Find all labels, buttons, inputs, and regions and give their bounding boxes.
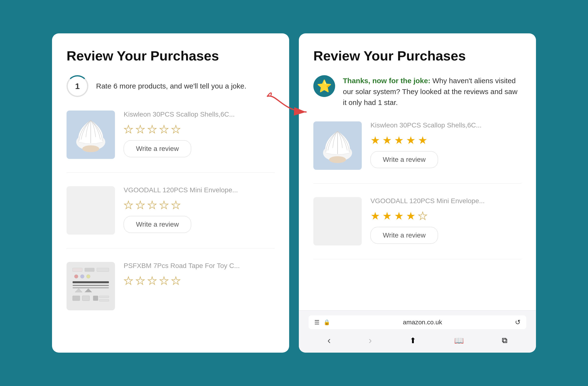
- star-1-5[interactable]: ★: [171, 123, 181, 135]
- browser-bar: ☰ 🔒 amazon.co.uk ↺ ‹ › ⬆ 📖 ⧉: [299, 310, 536, 353]
- star-1-3[interactable]: ★: [147, 123, 157, 135]
- svg-rect-8: [73, 281, 109, 283]
- star-r2-4[interactable]: ★: [406, 210, 416, 222]
- svg-point-6: [80, 275, 84, 278]
- lock-icon: 🔒: [323, 319, 330, 325]
- product-info-3: PSFXBM 7Pcs Road Tape For Toy C... ★ ★ ★…: [124, 262, 275, 292]
- tabs-icon[interactable]: ⧉: [502, 336, 507, 345]
- bookmarks-icon[interactable]: 📖: [454, 336, 464, 345]
- back-button[interactable]: ‹: [327, 335, 331, 346]
- product-image-envelope-1: [66, 186, 115, 235]
- menu-icon[interactable]: ☰: [314, 319, 320, 326]
- star-r1-4[interactable]: ★: [406, 134, 416, 146]
- forward-button[interactable]: ›: [369, 335, 372, 346]
- product-name-r1: Kiswleon 30PCS Scallop Shells,6C...: [370, 122, 522, 129]
- svg-point-1: [82, 145, 99, 152]
- product-item-1: Kiswleon 30PCS Scallop Shells,6C... ★ ★ …: [66, 111, 275, 173]
- write-review-btn-r1[interactable]: Write a review: [370, 151, 438, 168]
- product-image-shell-1: [66, 111, 115, 159]
- star-2-1[interactable]: ★: [124, 199, 133, 211]
- svg-point-5: [74, 275, 78, 278]
- star-3-4[interactable]: ★: [159, 275, 169, 287]
- star-2-5[interactable]: ★: [171, 199, 181, 211]
- star-r2-3[interactable]: ★: [394, 210, 404, 222]
- svg-rect-14: [82, 296, 89, 301]
- right-panel-title: Review Your Purchases: [313, 48, 522, 64]
- product-item-2: VGOODALL 120PCS Mini Envelope... ★ ★ ★ ★…: [66, 186, 275, 248]
- product-image-envelope-r2: [313, 197, 362, 245]
- product-image-shell-r1: [313, 122, 362, 170]
- product-item-3: PSFXBM 7Pcs Road Tape For Toy C... ★ ★ ★…: [66, 262, 275, 324]
- svg-point-7: [86, 275, 90, 278]
- star-badge: ⭐: [313, 75, 335, 97]
- star-r1-2[interactable]: ★: [382, 134, 392, 146]
- progress-number: 1: [75, 81, 80, 91]
- product-info-r2: VGOODALL 120PCS Mini Envelope... ★ ★ ★ ★…: [370, 197, 522, 244]
- star-r2-5[interactable]: ★: [418, 210, 427, 222]
- svg-rect-10: [73, 287, 109, 288]
- star-2-3[interactable]: ★: [147, 199, 157, 211]
- svg-rect-3: [85, 268, 94, 272]
- write-review-btn-1[interactable]: Write a review: [124, 140, 191, 157]
- product-info-1: Kiswleon 30PCS Scallop Shells,6C... ★ ★ …: [124, 111, 275, 157]
- reload-icon[interactable]: ↺: [515, 318, 521, 326]
- svg-rect-9: [73, 285, 109, 286]
- stars-row-r2[interactable]: ★ ★ ★ ★ ★: [370, 210, 522, 222]
- star-r2-1[interactable]: ★: [370, 210, 380, 222]
- star-1-2[interactable]: ★: [135, 123, 145, 135]
- progress-header: 1 Rate 6 more products, and we'll tell y…: [66, 75, 275, 97]
- stars-row-1[interactable]: ★ ★ ★ ★ ★: [124, 123, 275, 135]
- product-name-2: VGOODALL 120PCS Mini Envelope...: [124, 186, 275, 194]
- product-info-r1: Kiswleon 30PCS Scallop Shells,6C... ★ ★ …: [370, 122, 522, 168]
- joke-prefix: Thanks, now for the joke:: [343, 77, 430, 85]
- svg-point-20: [329, 156, 346, 163]
- svg-rect-4: [97, 268, 109, 272]
- product-item-r1: Kiswleon 30PCS Scallop Shells,6C... ★ ★ …: [313, 122, 522, 183]
- svg-rect-13: [73, 296, 80, 301]
- star-r1-5[interactable]: ★: [418, 134, 427, 146]
- star-3-1[interactable]: ★: [124, 275, 133, 287]
- stars-row-r1[interactable]: ★ ★ ★ ★ ★: [370, 134, 522, 146]
- star-3-5[interactable]: ★: [171, 275, 181, 287]
- product-image-roadtape-1: [66, 262, 115, 310]
- svg-rect-17: [99, 299, 109, 301]
- svg-rect-15: [93, 296, 98, 301]
- left-panel: Review Your Purchases 1 Rate 6 more prod…: [52, 33, 289, 353]
- joke-header: ⭐ Thanks, now for the joke: Why haven't …: [313, 75, 522, 108]
- star-3-3[interactable]: ★: [147, 275, 157, 287]
- product-name-3: PSFXBM 7Pcs Road Tape For Toy C...: [124, 262, 275, 270]
- panels-container: Review Your Purchases 1 Rate 6 more prod…: [52, 33, 536, 353]
- share-icon[interactable]: ⬆: [410, 336, 416, 345]
- star-2-2[interactable]: ★: [135, 199, 145, 211]
- star-1-4[interactable]: ★: [159, 123, 169, 135]
- star-r1-3[interactable]: ★: [394, 134, 404, 146]
- star-3-2[interactable]: ★: [135, 275, 145, 287]
- joke-text: Thanks, now for the joke: Why haven't al…: [343, 75, 522, 108]
- star-r1-1[interactable]: ★: [370, 134, 380, 146]
- product-item-r2: VGOODALL 120PCS Mini Envelope... ★ ★ ★ ★…: [313, 197, 522, 259]
- star-r2-2[interactable]: ★: [382, 210, 392, 222]
- product-name-1: Kiswleon 30PCS Scallop Shells,6C...: [124, 111, 275, 118]
- svg-marker-11: [75, 288, 82, 292]
- browser-nav: ‹ › ⬆ 📖 ⧉: [309, 333, 526, 348]
- url-text[interactable]: amazon.co.uk: [334, 319, 511, 326]
- progress-circle: 1: [66, 75, 88, 97]
- stars-row-3[interactable]: ★ ★ ★ ★ ★: [124, 275, 275, 287]
- url-bar: ☰ 🔒 amazon.co.uk ↺: [309, 315, 526, 329]
- svg-rect-16: [99, 296, 109, 298]
- right-panel: Review Your Purchases ⭐ Thanks, now for …: [299, 33, 536, 353]
- star-2-4[interactable]: ★: [159, 199, 169, 211]
- product-name-r2: VGOODALL 120PCS Mini Envelope...: [370, 197, 522, 205]
- svg-rect-2: [73, 268, 82, 272]
- stars-row-2[interactable]: ★ ★ ★ ★ ★: [124, 199, 275, 211]
- star-1-1[interactable]: ★: [124, 123, 133, 135]
- product-info-2: VGOODALL 120PCS Mini Envelope... ★ ★ ★ ★…: [124, 186, 275, 233]
- svg-marker-12: [85, 288, 92, 292]
- left-panel-title: Review Your Purchases: [66, 48, 275, 64]
- write-review-btn-r2[interactable]: Write a review: [370, 227, 438, 244]
- write-review-btn-2[interactable]: Write a review: [124, 216, 191, 233]
- progress-text: Rate 6 more products, and we'll tell you…: [96, 81, 246, 91]
